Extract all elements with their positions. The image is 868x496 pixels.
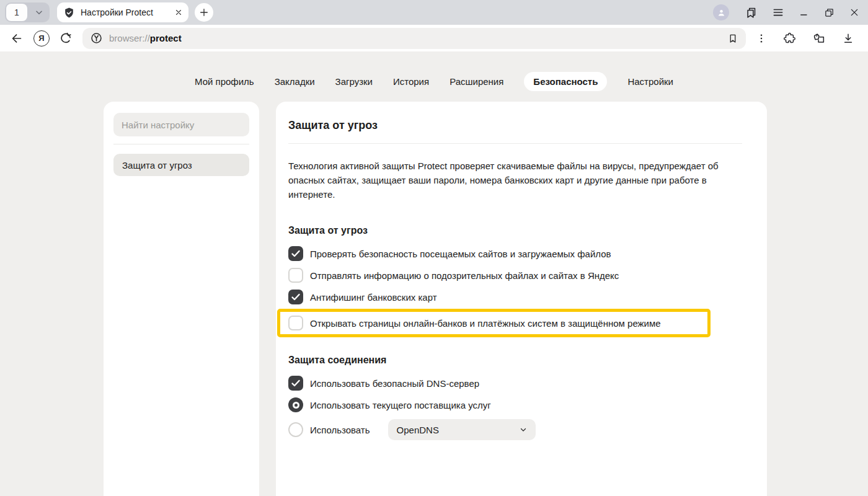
tabbar-right-controls bbox=[713, 4, 859, 20]
tab-security[interactable]: Безопасность bbox=[524, 72, 607, 91]
yandex-logo-icon: Я bbox=[33, 30, 50, 46]
sidebar-item-label: Защита от угроз bbox=[122, 160, 192, 170]
radio-selected-icon[interactable] bbox=[288, 397, 303, 412]
window-close-button[interactable] bbox=[849, 7, 859, 17]
chevron-down-icon bbox=[520, 426, 527, 433]
option-send-suspicious-info[interactable]: Отправлять информацию о подозрительных ф… bbox=[288, 268, 742, 283]
dropdown-selected-value: OpenDNS bbox=[397, 425, 439, 435]
window-restore-button[interactable] bbox=[824, 7, 835, 18]
settings-nav-tabs: Мой профиль Закладки Загрузки История Ра… bbox=[0, 72, 868, 91]
protect-description: Технология активной защиты Protect прове… bbox=[288, 159, 742, 202]
tab-close-button[interactable] bbox=[175, 9, 182, 16]
browser-menu-icon[interactable] bbox=[772, 6, 784, 19]
tab-history[interactable]: История bbox=[393, 73, 429, 91]
option-label: Использовать безопасный DNS-сервер bbox=[310, 378, 479, 389]
new-tab-button[interactable] bbox=[195, 3, 213, 22]
highlight-annotation-box: Открывать страницы онлайн-банков и платё… bbox=[277, 309, 711, 337]
url-host: protect bbox=[150, 33, 182, 43]
tab-counter-button[interactable]: 1 bbox=[6, 4, 27, 21]
section-heading-connection: Защита соединения bbox=[288, 355, 742, 366]
dns-provider-dropdown[interactable]: OpenDNS bbox=[388, 419, 536, 440]
option-current-dns-provider[interactable]: Использовать текущего поставщика услуг bbox=[288, 397, 742, 412]
option-label: Открывать страницы онлайн-банков и платё… bbox=[310, 318, 661, 329]
active-browser-tab[interactable]: Настройки Protect bbox=[57, 2, 188, 22]
refresh-button[interactable] bbox=[60, 32, 73, 45]
title-divider bbox=[288, 143, 742, 144]
downloads-icon[interactable] bbox=[842, 32, 854, 45]
tab-settings[interactable]: Настройки bbox=[627, 73, 673, 91]
sidebar-divider bbox=[113, 144, 249, 144]
checkbox-checked-icon[interactable] bbox=[288, 290, 303, 304]
settings-page: Мой профиль Закладки Загрузки История Ра… bbox=[0, 51, 868, 496]
option-check-sites-files[interactable]: Проверять безопасность посещаемых сайтов… bbox=[288, 246, 742, 261]
side-panel-bookmarks-icon[interactable] bbox=[744, 6, 757, 19]
tab-bookmarks[interactable]: Закладки bbox=[275, 73, 315, 91]
option-custom-dns-provider[interactable]: Использовать OpenDNS bbox=[288, 419, 742, 440]
tab-counter-group: 1 bbox=[5, 2, 50, 22]
option-label: Антифишинг банковских карт bbox=[310, 292, 437, 303]
bookmark-page-icon[interactable] bbox=[727, 33, 738, 44]
option-antiphishing-cards[interactable]: Антифишинг банковских карт bbox=[288, 290, 742, 304]
settings-sidebar: Защита от угроз bbox=[104, 102, 259, 496]
section-heading-threats: Защита от угроз bbox=[288, 225, 742, 236]
back-button[interactable] bbox=[10, 32, 24, 45]
url-scheme: browser:// bbox=[109, 33, 150, 43]
sidebar-item-threat-protection[interactable]: Защита от угроз bbox=[113, 154, 249, 176]
page-title: Защита от угроз bbox=[288, 119, 742, 132]
protect-shield-icon bbox=[63, 7, 75, 19]
tab-extensions[interactable]: Расширения bbox=[450, 73, 503, 91]
checkbox-unchecked-icon[interactable] bbox=[288, 268, 303, 283]
window-minimize-button[interactable] bbox=[799, 7, 809, 17]
browser-window: 1 Настройки Protect bbox=[0, 0, 868, 496]
checkbox-checked-icon[interactable] bbox=[288, 246, 303, 261]
tab-my-profile[interactable]: Мой профиль bbox=[195, 73, 254, 91]
option-label: Проверять безопасность посещаемых сайтов… bbox=[310, 249, 611, 259]
tab-downloads[interactable]: Загрузки bbox=[335, 73, 373, 91]
chevron-down-icon bbox=[35, 8, 43, 17]
page-actions-menu-icon[interactable] bbox=[756, 33, 767, 44]
url-text[interactable]: browser://protect bbox=[109, 33, 721, 43]
extensions-puzzle-icon[interactable] bbox=[783, 32, 796, 45]
profile-avatar[interactable] bbox=[713, 4, 729, 20]
checkbox-unchecked-icon[interactable] bbox=[288, 316, 303, 330]
tab-list-chevron-button[interactable] bbox=[29, 2, 50, 22]
protect-badge-icon[interactable] bbox=[90, 32, 103, 45]
option-protected-mode-banks[interactable]: Открывать страницы онлайн-банков и платё… bbox=[288, 316, 700, 330]
radio-unselected-icon[interactable] bbox=[288, 422, 303, 437]
search-settings-input[interactable] bbox=[113, 113, 249, 136]
tab-count-label: 1 bbox=[14, 7, 19, 17]
address-bar[interactable]: browser://protect bbox=[82, 28, 746, 49]
option-label: Отправлять информацию о подозрительных ф… bbox=[310, 270, 619, 281]
navigation-toolbar: Я browser://protect bbox=[0, 25, 868, 51]
option-label: Использовать текущего поставщика услуг bbox=[310, 400, 491, 410]
checkbox-checked-icon[interactable] bbox=[288, 376, 303, 391]
toolbar-right-controls bbox=[756, 32, 858, 45]
yandex-home-button[interactable]: Я bbox=[33, 30, 50, 46]
tab-bar: 1 Настройки Protect bbox=[0, 0, 868, 25]
option-secure-dns[interactable]: Использовать безопасный DNS-сервер bbox=[288, 376, 742, 391]
option-label: Использовать bbox=[310, 425, 370, 435]
main-content: Защита от угроз Технология активной защи… bbox=[276, 102, 767, 496]
collections-icon[interactable] bbox=[812, 32, 826, 45]
tab-title: Настройки Protect bbox=[81, 7, 169, 17]
